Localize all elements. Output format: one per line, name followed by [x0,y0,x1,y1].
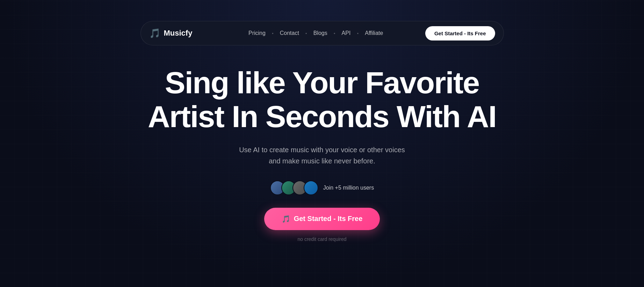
hero-subtitle-line1: Use AI to create music with your voice o… [239,146,405,154]
hero-section: Sing like Your Favorite Artist In Second… [0,0,644,287]
hero-subtitle-line2: and make music like never before. [269,157,375,165]
hero-title-line2: Artist In Seconds With AI [148,99,496,134]
hero-title: Sing like Your Favorite Artist In Second… [148,66,496,134]
no-credit-card-text: no credit card required [297,236,346,242]
hero-subtitle: Use AI to create music with your voice o… [239,144,405,167]
hero-cta-button[interactable]: 🎵 Get Started - Its Free [264,208,380,230]
avatar-4 [304,181,318,195]
users-row: Join +5 million users [270,181,374,195]
hero-cta-icon: 🎵 [282,215,290,223]
avatars-group [270,181,318,195]
hero-title-line1: Sing like Your Favorite [165,65,479,100]
users-count-text: Join +5 million users [323,185,374,191]
hero-cta-label: Get Started - Its Free [294,215,363,223]
